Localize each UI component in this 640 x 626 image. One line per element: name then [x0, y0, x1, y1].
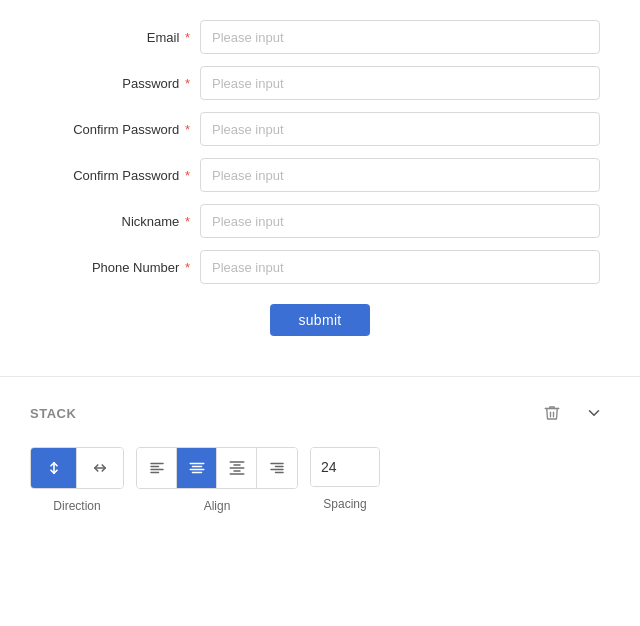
- spacing-label: Spacing: [323, 497, 366, 511]
- spacing-input-wrapper: [310, 447, 380, 487]
- input-password[interactable]: [200, 66, 600, 100]
- required-star-phone-number: *: [181, 260, 190, 275]
- form-row-phone-number: Phone Number *: [40, 250, 600, 284]
- align-left-button[interactable]: [137, 448, 177, 488]
- label-confirm-password-1: Confirm Password *: [40, 122, 200, 137]
- label-nickname: Nickname *: [40, 214, 200, 229]
- label-confirm-password-2: Confirm Password *: [40, 168, 200, 183]
- direction-label: Direction: [53, 499, 100, 513]
- required-star-nickname: *: [181, 214, 190, 229]
- stack-controls: Direction: [30, 447, 610, 513]
- align-btn-group: [136, 447, 298, 489]
- label-email: Email *: [40, 30, 200, 45]
- direction-control: Direction: [30, 447, 124, 513]
- stack-header: STACK: [30, 397, 610, 429]
- align-label: Align: [204, 499, 231, 513]
- form-row-password: Password *: [40, 66, 600, 100]
- input-nickname[interactable]: [200, 204, 600, 238]
- spacing-control: Spacing: [310, 447, 380, 511]
- input-email[interactable]: [200, 20, 600, 54]
- label-password: Password *: [40, 76, 200, 91]
- direction-horizontal-button[interactable]: [77, 448, 123, 488]
- align-center-button[interactable]: [177, 448, 217, 488]
- label-phone-number: Phone Number *: [40, 260, 200, 275]
- align-distribute-button[interactable]: [217, 448, 257, 488]
- input-confirm-password-2[interactable]: [200, 158, 600, 192]
- form-section: Email *Password *Confirm Password *Confi…: [0, 0, 640, 366]
- form-row-confirm-password-2: Confirm Password *: [40, 158, 600, 192]
- required-star-password: *: [181, 76, 190, 91]
- submit-button[interactable]: submit: [270, 304, 369, 336]
- required-star-email: *: [181, 30, 190, 45]
- input-phone-number[interactable]: [200, 250, 600, 284]
- form-row-email: Email *: [40, 20, 600, 54]
- align-right-button[interactable]: [257, 448, 297, 488]
- delete-icon[interactable]: [536, 397, 568, 429]
- align-control: Align: [136, 447, 298, 513]
- direction-btn-group: [30, 447, 124, 489]
- form-row-confirm-password-1: Confirm Password *: [40, 112, 600, 146]
- chevron-down-icon[interactable]: [578, 397, 610, 429]
- stack-section: STACK: [0, 377, 640, 533]
- required-star-confirm-password-2: *: [181, 168, 190, 183]
- submit-row: submit: [40, 304, 600, 336]
- stack-title: STACK: [30, 406, 76, 421]
- spacing-input[interactable]: [311, 448, 379, 486]
- direction-vertical-button[interactable]: [31, 448, 77, 488]
- stack-header-actions: [536, 397, 610, 429]
- form-row-nickname: Nickname *: [40, 204, 600, 238]
- input-confirm-password-1[interactable]: [200, 112, 600, 146]
- required-star-confirm-password-1: *: [181, 122, 190, 137]
